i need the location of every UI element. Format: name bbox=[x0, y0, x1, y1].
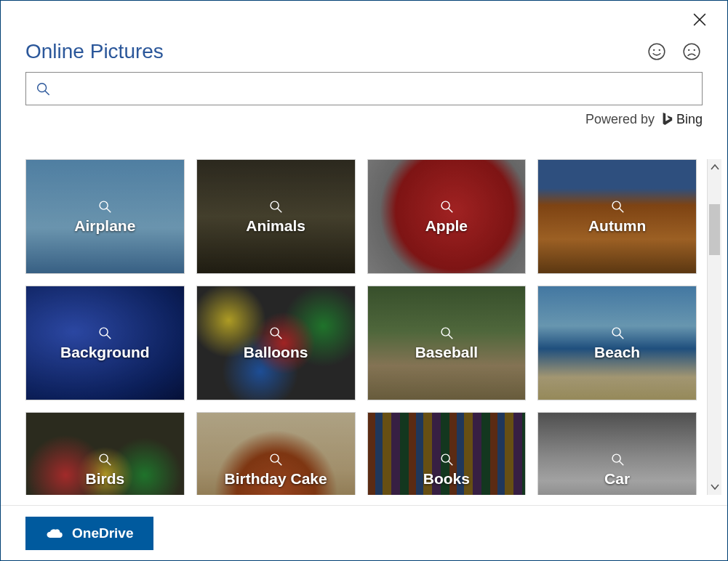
category-tile[interactable]: Car bbox=[537, 412, 697, 495]
category-label: Car bbox=[604, 470, 630, 488]
category-tile[interactable]: Birthday Cake bbox=[196, 412, 356, 495]
onedrive-icon bbox=[46, 527, 63, 540]
search-input[interactable] bbox=[58, 81, 693, 97]
svg-line-13 bbox=[278, 209, 282, 213]
svg-line-15 bbox=[449, 209, 453, 213]
search-icon bbox=[97, 325, 113, 341]
search-icon bbox=[268, 451, 284, 467]
category-label: Beach bbox=[594, 344, 640, 361]
powered-by-text: Powered by bbox=[585, 112, 655, 127]
svg-point-12 bbox=[271, 201, 279, 209]
category-label: Books bbox=[423, 470, 470, 488]
category-tile[interactable]: Airplane bbox=[25, 159, 185, 274]
tile-thumbnail bbox=[197, 286, 355, 400]
search-container bbox=[25, 72, 703, 105]
svg-point-28 bbox=[271, 454, 279, 462]
header: Online Pictures bbox=[1, 1, 727, 63]
category-label: Airplane bbox=[74, 217, 135, 235]
category-tile[interactable]: Books bbox=[367, 412, 527, 495]
scroll-track[interactable] bbox=[708, 175, 721, 479]
tile-thumbnail bbox=[26, 286, 184, 400]
feedback-smile-button[interactable] bbox=[646, 41, 668, 62]
feedback-controls bbox=[646, 41, 703, 62]
svg-point-14 bbox=[441, 201, 449, 209]
scroll-down-button[interactable] bbox=[708, 479, 721, 495]
search-icon bbox=[609, 325, 625, 341]
svg-line-19 bbox=[107, 335, 111, 339]
svg-line-17 bbox=[619, 209, 623, 213]
close-icon bbox=[693, 13, 706, 26]
svg-point-2 bbox=[649, 44, 665, 60]
svg-line-21 bbox=[278, 335, 282, 339]
category-label: Autumn bbox=[588, 217, 646, 235]
svg-point-18 bbox=[100, 328, 108, 336]
svg-point-30 bbox=[441, 454, 449, 462]
svg-point-20 bbox=[271, 328, 279, 336]
category-tile[interactable]: Beach bbox=[537, 286, 697, 400]
search-icon bbox=[268, 325, 284, 341]
svg-point-5 bbox=[684, 44, 700, 60]
chevron-up-icon bbox=[711, 164, 719, 171]
bing-icon bbox=[660, 111, 673, 127]
svg-point-4 bbox=[659, 49, 660, 51]
page-title: Online Pictures bbox=[25, 40, 164, 63]
search-icon bbox=[35, 81, 51, 97]
svg-point-10 bbox=[100, 201, 108, 209]
search-icon bbox=[439, 451, 455, 467]
svg-point-16 bbox=[612, 201, 620, 209]
category-tile[interactable]: Birds bbox=[25, 412, 185, 495]
category-label: Animals bbox=[246, 217, 305, 235]
scroll-up-button[interactable] bbox=[708, 159, 721, 175]
search-icon bbox=[97, 451, 113, 467]
category-tile[interactable]: Autumn bbox=[537, 159, 697, 274]
svg-line-25 bbox=[619, 335, 623, 339]
category-label: Balloons bbox=[244, 344, 308, 361]
category-label: Baseball bbox=[415, 344, 478, 361]
category-label: Apple bbox=[425, 217, 468, 235]
scrollbar[interactable] bbox=[707, 159, 721, 495]
feedback-frown-button[interactable] bbox=[681, 41, 703, 62]
svg-line-33 bbox=[619, 461, 623, 466]
tile-thumbnail bbox=[368, 286, 526, 400]
category-grid: AirplaneAnimalsAppleAutumnBackgroundBall… bbox=[25, 159, 707, 495]
category-tile[interactable]: Balloons bbox=[196, 286, 356, 400]
onedrive-label: OneDrive bbox=[72, 525, 133, 541]
svg-line-31 bbox=[449, 461, 453, 466]
search-icon bbox=[439, 325, 455, 341]
tile-thumbnail bbox=[538, 160, 696, 273]
close-button[interactable] bbox=[689, 9, 710, 30]
category-grid-region: AirplaneAnimalsAppleAutumnBackgroundBall… bbox=[25, 159, 721, 495]
svg-line-27 bbox=[107, 461, 111, 466]
frown-icon bbox=[682, 42, 701, 61]
onedrive-button[interactable]: OneDrive bbox=[25, 517, 153, 550]
bing-text: Bing bbox=[676, 112, 703, 127]
tile-thumbnail bbox=[368, 160, 526, 273]
tile-thumbnail bbox=[538, 286, 696, 400]
svg-line-9 bbox=[45, 91, 49, 94]
category-tile[interactable]: Apple bbox=[367, 159, 527, 274]
tile-thumbnail bbox=[26, 160, 184, 273]
svg-point-7 bbox=[694, 49, 695, 51]
search-box[interactable] bbox=[25, 72, 703, 105]
tile-thumbnail bbox=[197, 160, 355, 273]
svg-line-29 bbox=[278, 461, 282, 466]
svg-point-22 bbox=[441, 328, 449, 336]
search-icon bbox=[268, 198, 284, 214]
svg-line-11 bbox=[107, 209, 111, 213]
category-label: Birthday Cake bbox=[225, 470, 327, 488]
powered-by-label: Powered by Bing bbox=[1, 111, 703, 127]
svg-point-32 bbox=[612, 454, 620, 462]
chevron-down-icon bbox=[711, 483, 719, 491]
svg-line-23 bbox=[449, 335, 453, 339]
category-tile[interactable]: Animals bbox=[196, 159, 356, 274]
svg-point-6 bbox=[688, 49, 689, 51]
footer: OneDrive bbox=[1, 505, 727, 560]
category-tile[interactable]: Baseball bbox=[367, 286, 527, 400]
scroll-thumb[interactable] bbox=[709, 204, 720, 255]
category-tile[interactable]: Background bbox=[25, 286, 185, 400]
search-icon bbox=[439, 198, 455, 214]
svg-point-24 bbox=[612, 328, 620, 336]
search-icon bbox=[609, 451, 625, 467]
bing-logo: Bing bbox=[660, 111, 703, 127]
svg-point-3 bbox=[653, 49, 655, 51]
